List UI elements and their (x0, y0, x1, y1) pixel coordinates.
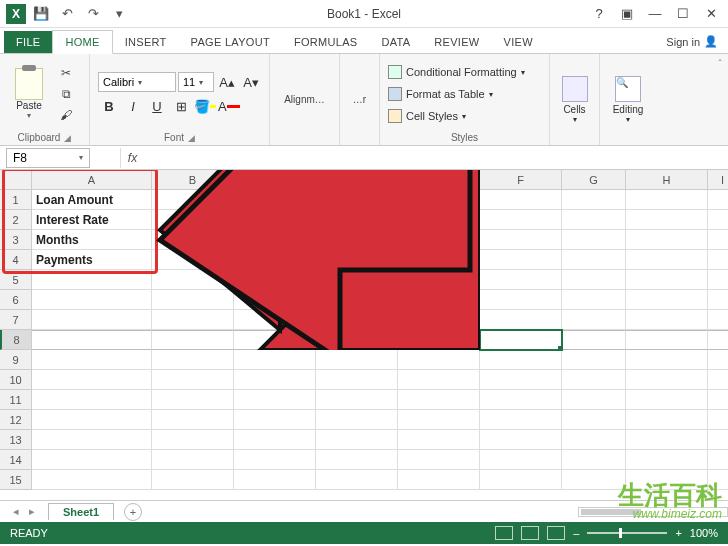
cell[interactable] (626, 410, 708, 430)
cell[interactable] (398, 410, 480, 430)
active-cell[interactable] (480, 330, 562, 350)
col-header[interactable]: H (626, 170, 708, 190)
cell[interactable] (316, 250, 398, 270)
cell[interactable] (32, 330, 152, 350)
cell[interactable] (626, 250, 708, 270)
ribbon-display-icon[interactable]: ▣ (614, 4, 640, 24)
sheet-nav-prev[interactable]: ◂ (8, 505, 24, 518)
cell[interactable] (480, 230, 562, 250)
cell[interactable] (32, 370, 152, 390)
cell[interactable] (708, 250, 728, 270)
cell[interactable] (234, 330, 316, 350)
cell[interactable] (32, 310, 152, 330)
cell[interactable] (562, 450, 626, 470)
cell[interactable] (398, 330, 480, 350)
cell[interactable] (480, 270, 562, 290)
cell[interactable] (562, 310, 626, 330)
zoom-level[interactable]: 100% (690, 527, 718, 539)
cell[interactable] (234, 430, 316, 450)
cell[interactable] (708, 370, 728, 390)
increase-font-button[interactable]: A▴ (216, 72, 238, 92)
name-box[interactable]: F8▾ (6, 148, 90, 168)
sheet-nav-next[interactable]: ▸ (24, 505, 40, 518)
cell[interactable] (152, 230, 234, 250)
cell[interactable] (32, 270, 152, 290)
view-normal-button[interactable] (495, 526, 513, 540)
cell[interactable]: Months (32, 230, 152, 250)
qat-save-button[interactable]: 💾 (30, 3, 52, 25)
row-header[interactable]: 5 (0, 270, 32, 290)
cell[interactable] (480, 250, 562, 270)
row-header[interactable]: 15 (0, 470, 32, 490)
tab-formulas[interactable]: FORMULAS (282, 31, 370, 53)
cell[interactable] (152, 290, 234, 310)
cell[interactable] (316, 330, 398, 350)
fx-button[interactable]: fx (120, 148, 144, 168)
underline-button[interactable]: U (146, 96, 168, 116)
cell[interactable] (708, 310, 728, 330)
col-header[interactable]: E (398, 170, 480, 190)
cell[interactable] (562, 370, 626, 390)
cell[interactable] (562, 230, 626, 250)
cell[interactable] (562, 210, 626, 230)
row-header[interactable]: 11 (0, 390, 32, 410)
formula-input[interactable] (144, 148, 728, 168)
cell[interactable] (480, 410, 562, 430)
row-header[interactable]: 14 (0, 450, 32, 470)
col-header[interactable]: B (152, 170, 234, 190)
horizontal-scrollbar[interactable] (578, 507, 728, 517)
qat-redo-button[interactable]: ↷ (82, 3, 104, 25)
decrease-font-button[interactable]: A▾ (240, 72, 262, 92)
cell[interactable] (152, 450, 234, 470)
cell[interactable] (626, 390, 708, 410)
cell[interactable] (398, 290, 480, 310)
cell[interactable] (708, 190, 728, 210)
cell[interactable] (316, 310, 398, 330)
cell[interactable] (32, 450, 152, 470)
view-pagebreak-button[interactable] (547, 526, 565, 540)
tab-file[interactable]: FILE (4, 31, 52, 53)
cell[interactable] (398, 270, 480, 290)
cell[interactable] (708, 290, 728, 310)
zoom-slider[interactable] (587, 532, 667, 534)
cell[interactable] (562, 250, 626, 270)
bold-button[interactable]: B (98, 96, 120, 116)
cell[interactable] (234, 190, 316, 210)
cell[interactable]: Payments (32, 250, 152, 270)
cell[interactable] (626, 470, 708, 490)
copy-button[interactable]: ⧉ (56, 85, 76, 103)
cell[interactable] (316, 370, 398, 390)
cell[interactable] (316, 470, 398, 490)
cell[interactable] (32, 470, 152, 490)
cell[interactable] (398, 470, 480, 490)
cell[interactable] (480, 310, 562, 330)
cell[interactable] (398, 370, 480, 390)
cell[interactable]: Interest Rate (32, 210, 152, 230)
cell[interactable] (626, 290, 708, 310)
tab-insert[interactable]: INSERT (113, 31, 179, 53)
cell[interactable] (480, 430, 562, 450)
italic-button[interactable]: I (122, 96, 144, 116)
format-painter-button[interactable]: 🖌 (56, 106, 76, 124)
cut-button[interactable]: ✂ (56, 64, 76, 82)
cell[interactable] (152, 470, 234, 490)
cell[interactable] (708, 270, 728, 290)
collapse-ribbon-icon[interactable]: ˆ (712, 54, 728, 145)
cell[interactable] (316, 290, 398, 310)
cell[interactable] (234, 450, 316, 470)
cell[interactable] (626, 370, 708, 390)
cell[interactable] (708, 330, 728, 350)
cell[interactable] (480, 450, 562, 470)
cell[interactable] (626, 450, 708, 470)
font-name-combo[interactable]: Calibri▾ (98, 72, 176, 92)
cell[interactable] (152, 370, 234, 390)
font-size-combo[interactable]: 11▾ (178, 72, 214, 92)
qat-customize-dropdown[interactable]: ▾ (108, 3, 130, 25)
col-header[interactable]: I (708, 170, 728, 190)
cell[interactable] (398, 230, 480, 250)
cell[interactable] (234, 290, 316, 310)
help-button[interactable]: ? (586, 4, 612, 24)
close-button[interactable]: ✕ (698, 4, 724, 24)
border-button[interactable]: ⊞ (170, 96, 192, 116)
col-header[interactable]: F (480, 170, 562, 190)
